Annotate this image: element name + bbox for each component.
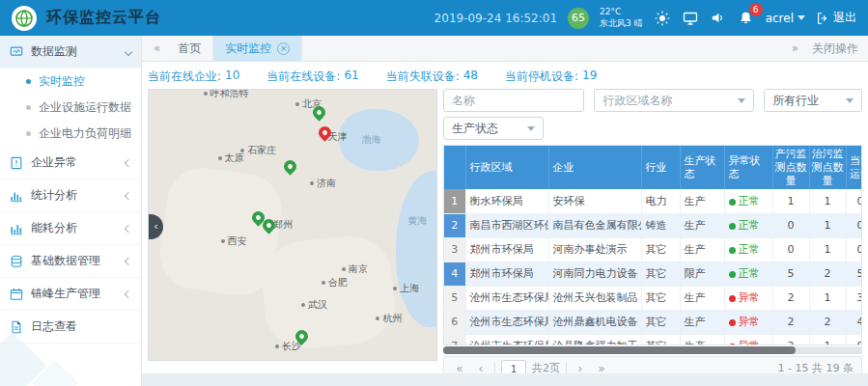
tab-scroll-left-icon[interactable]: « bbox=[148, 36, 166, 61]
col-region[interactable]: 行政区域 bbox=[465, 146, 548, 189]
cell-treatment-count: 2 bbox=[809, 310, 846, 334]
last-page-button[interactable]: » bbox=[594, 360, 609, 374]
user-menu[interactable]: acrel bbox=[766, 12, 805, 25]
clock: 2019-09-24 16:52:01 bbox=[434, 12, 557, 25]
wind-condition: 东北风3 晴 bbox=[600, 18, 643, 28]
tab-realtime-monitoring[interactable]: 实时监控 × bbox=[213, 36, 302, 61]
col-company[interactable]: 企业 bbox=[548, 146, 641, 189]
bar-chart-icon bbox=[10, 189, 23, 203]
col-production-status[interactable]: 生产状态 bbox=[680, 146, 724, 189]
cell-industry: 其它 bbox=[641, 334, 680, 345]
table-row[interactable]: 7 沧州市生态环保局 沧县隆鑫强力加工 其它 生产 异常 2 1 0 bbox=[444, 334, 862, 345]
map-city-label: 武汉 bbox=[301, 298, 327, 312]
china-map[interactable]: 渤海 黄海 呼和浩特 北京 天津 石家庄 太原 济南 西安 郑州 南京 合肥 上… bbox=[148, 89, 437, 361]
name-filter-input[interactable] bbox=[452, 94, 575, 107]
sidebar-item-logs[interactable]: 日志查看 bbox=[0, 311, 141, 344]
cell-production: 生产 bbox=[680, 334, 724, 345]
sidebar-item-energy-analysis[interactable]: 能耗分析 bbox=[0, 212, 141, 245]
next-page-button[interactable]: › bbox=[573, 360, 588, 374]
industry-select[interactable]: 所有行业 bbox=[764, 89, 862, 112]
tab-home[interactable]: 首页 bbox=[166, 36, 213, 61]
sidebar-item-label: 统计分析 bbox=[31, 187, 118, 204]
cell-abnormal: 正常 bbox=[724, 262, 772, 286]
tab-close-icon[interactable]: × bbox=[277, 42, 290, 55]
sidebar-subitem-label: 企业设施运行数据 bbox=[39, 99, 131, 116]
tab-bar: « 首页 实时监控 × » 关闭操作 bbox=[142, 36, 868, 62]
sidebar-item-label: 错峰生产管理 bbox=[31, 286, 118, 302]
name-filter-field[interactable] bbox=[443, 89, 584, 112]
monitor-icon[interactable] bbox=[682, 10, 699, 27]
production-status-value: 生产状态 bbox=[452, 121, 498, 137]
cell-industry: 铸造 bbox=[641, 213, 680, 237]
cell-region: 南昌市西湖区环保 bbox=[465, 213, 548, 237]
sidebar-item-company-abnormal[interactable]: 企业异常 bbox=[0, 147, 141, 179]
status-dot-icon bbox=[729, 271, 736, 278]
sidebar-item-production-schedule[interactable]: 错峰生产管理 bbox=[0, 278, 141, 311]
cell-running-count: 0 bbox=[846, 189, 862, 213]
col-abnormal-status[interactable]: 异常状态 bbox=[724, 146, 772, 189]
cell-region: 衡水环保局 bbox=[465, 189, 548, 213]
scrollbar-thumb[interactable] bbox=[443, 346, 796, 354]
first-page-button[interactable]: « bbox=[452, 360, 467, 374]
cell-running-count: 0 bbox=[846, 213, 862, 237]
chevron-left-icon bbox=[125, 224, 132, 232]
cell-treatment-count: 1 bbox=[809, 286, 846, 310]
tab-label: 实时监控 bbox=[225, 41, 271, 57]
prev-page-button[interactable]: ‹ bbox=[473, 360, 489, 374]
col-running[interactable]: 当前运行 bbox=[846, 146, 862, 189]
bullet-icon bbox=[26, 79, 31, 84]
logout-label: 退出 bbox=[833, 10, 856, 26]
horizontal-scrollbar[interactable] bbox=[443, 346, 862, 354]
cell-company: 南昌有色金属有限公司 bbox=[548, 213, 641, 237]
stat-label: 当前停机设备: bbox=[505, 69, 578, 85]
sea-label: 黄海 bbox=[407, 214, 427, 228]
total-pages-label: 共2页 bbox=[532, 361, 560, 373]
close-operations-button[interactable]: 关闭操作 bbox=[812, 41, 858, 57]
page-number-input[interactable] bbox=[501, 360, 526, 374]
stat-label: 当前在线企业: bbox=[148, 69, 221, 85]
table-row[interactable]: 6 沧州市生态环保局 沧州鼎鑫机电设备 其它 生产 异常 2 2 4 bbox=[444, 310, 862, 334]
sidebar-subitem-realtime-monitoring[interactable]: 实时监控 bbox=[0, 69, 141, 95]
cell-running-count: 0 bbox=[846, 334, 862, 345]
region-select[interactable]: 行政区域名称 bbox=[594, 89, 754, 112]
tab-scroll-right-icon[interactable]: » bbox=[786, 41, 804, 55]
sidebar-item-statistics[interactable]: 统计分析 bbox=[0, 179, 141, 212]
cell-abnormal: 异常 bbox=[724, 310, 772, 334]
col-treatment-points[interactable]: 治污监测点数量 bbox=[809, 146, 846, 189]
cell-company: 沧州鼎鑫机电设备 bbox=[548, 310, 641, 334]
chevron-down-icon bbox=[738, 98, 745, 103]
cell-production: 生产 bbox=[680, 286, 724, 310]
page-title: 环保监控云平台 bbox=[46, 8, 161, 28]
notification-bell-icon[interactable]: 6 bbox=[738, 10, 755, 27]
production-status-select[interactable]: 生产状态 bbox=[443, 117, 544, 140]
sidebar-subitem-facility-data[interactable]: 企业设施运行数据 bbox=[0, 95, 141, 121]
table-row[interactable]: 5 沧州市生态环保局 沧州天兴包装制品 其它 生产 异常 2 1 3 bbox=[444, 286, 862, 310]
chevron-left-icon bbox=[125, 158, 132, 166]
pagination-bar: « ‹ 共2页 › » 1 - 15 共 19 条 bbox=[443, 356, 862, 373]
table-row[interactable]: 3 郑州市环保局 河南办事处演示 其它 生产 正常 0 1 0 bbox=[444, 237, 862, 262]
username: acrel bbox=[766, 12, 794, 25]
row-index: 2 bbox=[444, 213, 465, 237]
sidebar-item-data-monitoring[interactable]: 数据监测 bbox=[0, 36, 141, 69]
divider bbox=[494, 362, 495, 374]
sidebar-item-base-data[interactable]: 基础数据管理 bbox=[0, 245, 141, 278]
speaker-icon[interactable] bbox=[710, 10, 727, 27]
table-row[interactable]: 2 南昌市西湖区环保 南昌有色金属有限公司 铸造 生产 正常 0 1 0 bbox=[444, 213, 862, 237]
stat-label: 当前在线设备: bbox=[266, 69, 340, 85]
cell-company: 安环保 bbox=[548, 189, 641, 213]
logout-button[interactable]: 退出 bbox=[816, 10, 856, 26]
chevron-down-icon bbox=[125, 47, 132, 55]
sea-label: 渤海 bbox=[362, 133, 381, 147]
industry-select-value: 所有行业 bbox=[772, 93, 819, 109]
top-header: 环保监控云平台 2019-09-24 16:52:01 65 22°C 东北风3… bbox=[0, 0, 868, 36]
cell-running-count: 0 bbox=[846, 237, 862, 262]
cell-industry: 其它 bbox=[641, 310, 680, 334]
map-city-label: 石家庄 bbox=[240, 144, 276, 157]
sidebar-subitem-power-load-detail[interactable]: 企业电力负荷明细 bbox=[0, 121, 141, 147]
col-pollution-points[interactable]: 产污监测点数量 bbox=[772, 146, 809, 189]
col-industry[interactable]: 行业 bbox=[641, 146, 680, 189]
cell-industry: 其它 bbox=[641, 237, 680, 262]
table-row[interactable]: 4 郑州市环保局 河南同力电力设备 其它 限产 正常 5 2 5 bbox=[444, 262, 862, 286]
table-row[interactable]: 1 衡水环保局 安环保 电力 生产 正常 1 1 0 bbox=[444, 189, 862, 213]
map-marker-green[interactable] bbox=[281, 157, 298, 175]
